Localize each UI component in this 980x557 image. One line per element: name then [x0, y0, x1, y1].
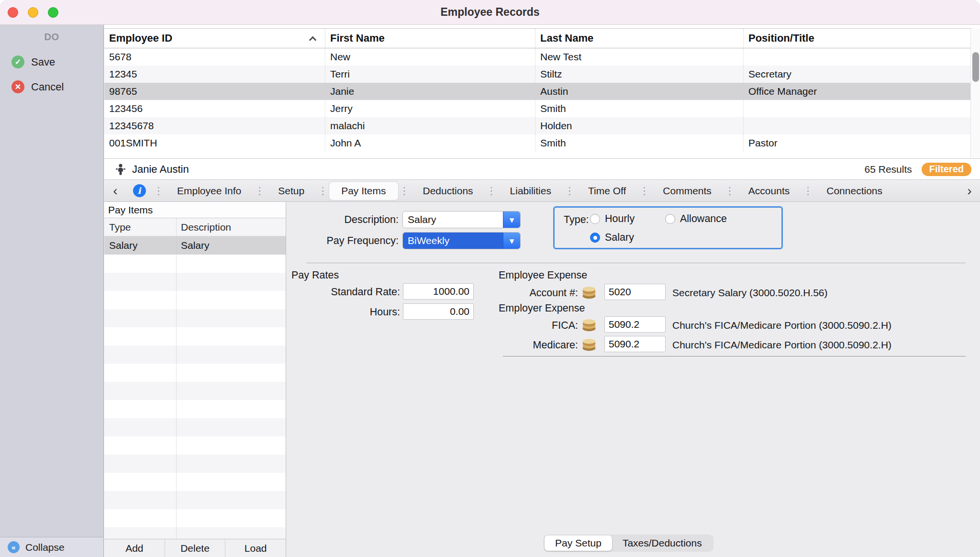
tab-separator: ⋮: [802, 185, 814, 197]
tab-liabilities[interactable]: Liabilities: [498, 182, 563, 200]
column-header-first-name[interactable]: First Name: [325, 29, 535, 48]
tab-pay-setup[interactable]: Pay Setup: [545, 535, 612, 551]
radio-button-icon: [665, 214, 675, 224]
column-header-position-title[interactable]: Position/Title: [743, 29, 970, 48]
cell-employee-id: 12345678: [104, 117, 325, 134]
fica-account-lookup-icon[interactable]: [581, 317, 597, 332]
column-header-employee-id[interactable]: Employee ID: [104, 29, 325, 48]
delete-button[interactable]: Delete: [165, 539, 226, 557]
tab-accounts[interactable]: Accounts: [736, 182, 802, 200]
cell-last-name: Smith: [535, 134, 743, 152]
vertical-scrollbar[interactable]: [970, 28, 980, 158]
tab-time-off[interactable]: Time Off: [576, 182, 638, 200]
account-lookup-icon[interactable]: [581, 284, 597, 300]
scrollbar-thumb[interactable]: [972, 52, 979, 82]
window-title: Employee Records: [440, 6, 539, 19]
pay-frequency-label: Pay Frequency:: [287, 235, 399, 247]
employee-table-header: Employee ID First Name Last Name Positio…: [104, 28, 970, 48]
radio-button-icon: [590, 214, 600, 224]
medicare-account-lookup-icon[interactable]: [581, 336, 597, 352]
table-row[interactable]: 12345 Terri Stiltz Secretary: [104, 66, 970, 83]
column-header-label: Employee ID: [109, 32, 172, 45]
cell-position: Pastor: [743, 134, 970, 152]
employee-table-rows: 5678 New New Test 12345 Terri Stiltz Sec…: [104, 48, 970, 152]
zoom-window-button[interactable]: [48, 7, 58, 18]
table-row-selected[interactable]: 98765 Janie Austin Office Manager: [104, 83, 970, 100]
tab-separator: ⋮: [398, 185, 411, 197]
tabs-scroll-right-button[interactable]: ›: [959, 180, 980, 201]
expense-section-underline: [503, 356, 966, 356]
save-button[interactable]: ✓ Save: [11, 56, 55, 68]
dropdown-glyph: ▾: [510, 214, 514, 225]
tab-deductions[interactable]: Deductions: [411, 182, 485, 200]
tab-comments[interactable]: Comments: [651, 182, 724, 200]
person-icon: [115, 163, 126, 176]
cell-first-name: Terri: [325, 66, 535, 83]
tab-pay-items[interactable]: Pay Items: [329, 182, 398, 200]
record-bar: Janie Austin 65 Results Filtered: [104, 159, 980, 180]
cell-employee-id: 001SMITH: [104, 134, 325, 152]
tab-separator: ⋮: [253, 185, 266, 197]
load-button[interactable]: Load: [225, 539, 286, 557]
table-row[interactable]: 12345678 malachi Holden: [104, 117, 970, 134]
tab-taxes-deductions[interactable]: Taxes/Deductions: [612, 535, 713, 551]
close-window-button[interactable]: [8, 7, 18, 18]
tab-separator: ⋮: [152, 185, 165, 197]
table-row[interactable]: 123456 Jerry Smith: [104, 100, 970, 117]
info-icon: i: [133, 184, 146, 197]
tab-setup[interactable]: Setup: [266, 182, 316, 200]
pay-items-column-header: Type Description: [104, 218, 286, 236]
cell-last-name: New Test: [535, 48, 743, 66]
cell-position: Office Manager: [743, 83, 970, 100]
column-header-label: Last Name: [540, 32, 593, 45]
account-number-field[interactable]: 5020: [604, 284, 666, 300]
pay-items-empty-rows: [104, 255, 286, 539]
record-bar-right: 65 Results Filtered: [865, 163, 980, 176]
table-row[interactable]: 5678 New New Test: [104, 48, 970, 66]
cell-position: [743, 100, 970, 117]
radio-allowance[interactable]: Allowance: [665, 213, 727, 225]
tab-info[interactable]: i: [126, 184, 152, 197]
type-group-label: Type:: [564, 214, 589, 226]
column-header-description[interactable]: Description: [176, 222, 231, 233]
pay-frequency-dropdown[interactable]: BiWeekly ▾: [402, 232, 521, 249]
tabs-scroll-left-button[interactable]: ‹: [104, 180, 126, 201]
pay-item-row-selected[interactable]: Salary Salary: [104, 236, 286, 255]
dropdown-arrow-icon: ▾: [503, 233, 520, 249]
filtered-badge[interactable]: Filtered: [922, 163, 971, 176]
cell-employee-id: 98765: [104, 83, 325, 100]
minimize-window-button[interactable]: [28, 7, 38, 18]
medicare-account-field[interactable]: 5090.2: [604, 336, 666, 352]
tab-separator: ⋮: [563, 185, 576, 197]
pay-items-panel-title: Pay Items: [104, 202, 286, 218]
column-header-last-name[interactable]: Last Name: [535, 29, 743, 48]
collapse-label: Collapse: [25, 542, 65, 553]
radio-hourly-label: Hourly: [605, 213, 635, 225]
tab-connections[interactable]: Connections: [814, 182, 894, 200]
radio-salary[interactable]: Salary: [590, 232, 634, 244]
fica-account-field[interactable]: 5090.2: [604, 316, 666, 333]
tab-bar: ‹ i ⋮ Employee Info ⋮ Setup ⋮ Pay Items …: [104, 180, 980, 202]
cancel-button[interactable]: ✕ Cancel: [11, 80, 64, 93]
collapse-glyph: «: [11, 543, 15, 551]
tab-employee-info[interactable]: Employee Info: [165, 182, 253, 200]
cell-first-name: New: [325, 48, 535, 66]
radio-salary-label: Salary: [605, 232, 634, 244]
sidebar: DO ✓ Save ✕ Cancel « Collapse: [0, 25, 104, 557]
description-dropdown[interactable]: Salary ▾: [402, 211, 521, 228]
employer-expense-title: Employer Expense: [499, 302, 585, 314]
account-number-label: Account #:: [458, 287, 578, 299]
table-row[interactable]: 001SMITH John A Smith Pastor: [104, 134, 970, 152]
traffic-lights: [8, 0, 58, 24]
radio-hourly[interactable]: Hourly: [590, 213, 635, 225]
cell-first-name: malachi: [325, 117, 535, 134]
sidebar-header: DO: [0, 32, 103, 43]
radio-allowance-label: Allowance: [680, 213, 727, 225]
column-header-type[interactable]: Type: [104, 222, 176, 233]
tab-separator: ⋮: [316, 185, 329, 197]
hours-field[interactable]: 0.00: [403, 303, 474, 320]
collapse-button[interactable]: « Collapse: [0, 537, 103, 557]
employee-table: Employee ID First Name Last Name Positio…: [104, 25, 980, 159]
add-button[interactable]: Add: [104, 539, 165, 557]
description-label: Description:: [287, 214, 399, 226]
